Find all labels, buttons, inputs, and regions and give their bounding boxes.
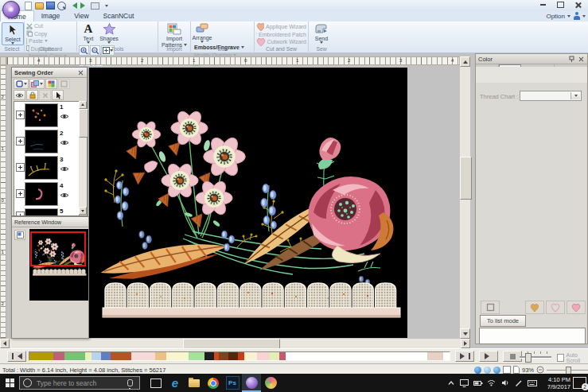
item-3-thumbnail[interactable] <box>25 156 58 180</box>
show-hidden-icons-button[interactable] <box>444 374 458 392</box>
user-account-icon[interactable] <box>573 12 580 20</box>
microphone-icon[interactable] <box>127 379 133 386</box>
touch-keyboard-tray-icon[interactable] <box>525 374 539 392</box>
select-frame-button[interactable] <box>58 79 70 89</box>
to-list-mode-button[interactable]: To list mode <box>480 315 526 327</box>
app-logo-button[interactable] <box>2 1 20 18</box>
item-5-thumbnail[interactable] <box>25 208 58 216</box>
import-patterns-button[interactable]: Import Patterns <box>160 22 189 48</box>
expand-item-4[interactable] <box>16 189 25 198</box>
sewing-order-scrollbar[interactable] <box>79 101 87 215</box>
hoop-view-button[interactable] <box>481 301 500 314</box>
color-list-box[interactable] <box>479 328 586 344</box>
vertical-scroll-thumb[interactable] <box>460 157 472 200</box>
horizontal-scrollbar[interactable] <box>0 339 470 348</box>
action-center-button[interactable]: 2 <box>570 374 588 392</box>
volume-tray-icon[interactable] <box>498 374 512 392</box>
design-app-taskbar-icon[interactable] <box>261 374 280 392</box>
list-scroll-down[interactable] <box>79 207 87 215</box>
page-icon[interactable] <box>513 366 520 374</box>
go-to-start-button[interactable] <box>7 351 26 362</box>
text-tool-button[interactable]: A Text <box>79 22 98 44</box>
item-2-thumbnail[interactable] <box>25 130 58 153</box>
file-explorer-taskbar-icon[interactable] <box>185 374 204 392</box>
send-button[interactable]: Send <box>310 22 333 44</box>
reference-window-titlebar[interactable]: Reference Window <box>12 217 88 227</box>
realistic-view-toggle-3[interactable] <box>493 367 500 374</box>
item-3-visibility-eye-icon[interactable] <box>60 165 69 173</box>
arrange-button[interactable]: Arrange <box>193 22 212 43</box>
taskbar-search-box[interactable] <box>19 376 140 390</box>
applique-heart-button[interactable] <box>525 301 544 314</box>
tab-image[interactable]: Image <box>34 11 68 21</box>
pe-design-taskbar-icon[interactable] <box>242 374 261 392</box>
select-tool-button[interactable]: Select <box>2 22 24 45</box>
go-to-end-button[interactable] <box>455 351 474 362</box>
undo-button[interactable] <box>68 2 77 10</box>
sewing-order-titlebar[interactable]: Sewing Order <box>12 68 87 78</box>
maximize-button[interactable] <box>551 0 569 10</box>
color-panel-close-icon[interactable] <box>578 56 585 63</box>
close-button[interactable] <box>569 0 586 10</box>
scroll-up-button[interactable] <box>460 56 470 67</box>
viewport-indicator[interactable] <box>30 231 86 266</box>
auto-scroll-checkbox[interactable] <box>557 354 564 362</box>
realistic-view-toggle-1[interactable] <box>474 367 481 374</box>
delete-item-button[interactable] <box>39 90 51 100</box>
speed-slider-thumb[interactable] <box>525 353 532 363</box>
combo-dropdown-button[interactable] <box>570 92 580 99</box>
display-tray-icon[interactable] <box>458 374 471 392</box>
zoom-tool-button[interactable] <box>57 2 66 10</box>
copy-button[interactable]: Copy <box>26 30 48 38</box>
cut-button[interactable]: Cut <box>26 22 48 30</box>
design-window-button[interactable] <box>91 2 99 10</box>
search-input[interactable] <box>35 378 124 388</box>
tab-view[interactable]: View <box>67 11 95 21</box>
wifi-tray-icon[interactable] <box>485 374 498 392</box>
photoshop-taskbar-icon[interactable]: Ps <box>223 374 242 392</box>
visibility-toggle-button[interactable] <box>14 90 25 100</box>
reference-thumbnail[interactable] <box>29 229 88 301</box>
expand-item-2[interactable] <box>16 137 25 146</box>
reference-zoom-mode-button[interactable] <box>14 230 25 240</box>
pen-tray-icon[interactable] <box>512 374 525 392</box>
shapes-tool-button[interactable]: Shapes <box>98 22 120 44</box>
design-page-toggle[interactable] <box>503 366 511 374</box>
open-file-button[interactable] <box>35 2 44 10</box>
stitch-progress-strip[interactable] <box>29 351 450 361</box>
color-display-dropdown[interactable] <box>29 79 45 89</box>
chrome-taskbar-icon[interactable] <box>204 374 223 392</box>
cutwork-wizard-button[interactable]: Cutwork Wizard <box>256 38 306 46</box>
tab-scanncut[interactable]: ScanNCut <box>96 11 142 21</box>
thread-chart-combobox[interactable] <box>520 91 582 101</box>
save-button[interactable] <box>46 2 55 10</box>
sewing-order-list[interactable]: 1 2 3 4 5 <box>14 101 80 216</box>
item-2-visibility-eye-icon[interactable] <box>60 139 69 146</box>
color-panel-titlebar[interactable]: Color <box>476 54 587 64</box>
taskbar-clock[interactable]: 4:10 PM 7/9/2017 <box>539 376 570 390</box>
select-item-button[interactable] <box>52 90 64 100</box>
design-canvas[interactable] <box>89 68 407 338</box>
expand-item-3[interactable] <box>16 163 25 172</box>
item-1-thumbnail[interactable] <box>25 103 58 127</box>
task-view-button[interactable] <box>146 374 165 392</box>
zoom-slider[interactable] <box>547 366 588 374</box>
expand-item-1[interactable] <box>16 111 25 119</box>
redo-button[interactable] <box>80 2 88 10</box>
scroll-down-button[interactable] <box>460 328 470 339</box>
lock-button[interactable] <box>26 90 38 100</box>
filled-heart-button[interactable] <box>567 301 586 314</box>
paste-button[interactable]: Paste <box>26 37 48 45</box>
minimize-button[interactable] <box>534 0 551 10</box>
item-1-visibility-eye-icon[interactable] <box>60 113 69 120</box>
frame-display-dropdown[interactable] <box>14 79 29 89</box>
list-scroll-up[interactable] <box>79 101 87 109</box>
start-button[interactable] <box>0 374 19 392</box>
pin-icon[interactable] <box>569 56 575 62</box>
new-document-button[interactable] <box>24 2 33 10</box>
item-4-thumbnail[interactable] <box>25 182 58 206</box>
customize-toolbar-dropdown[interactable] <box>102 2 111 10</box>
vertical-scrollbar[interactable] <box>460 56 470 339</box>
scroll-right-button[interactable] <box>461 339 470 348</box>
outline-heart-button[interactable] <box>546 301 565 314</box>
